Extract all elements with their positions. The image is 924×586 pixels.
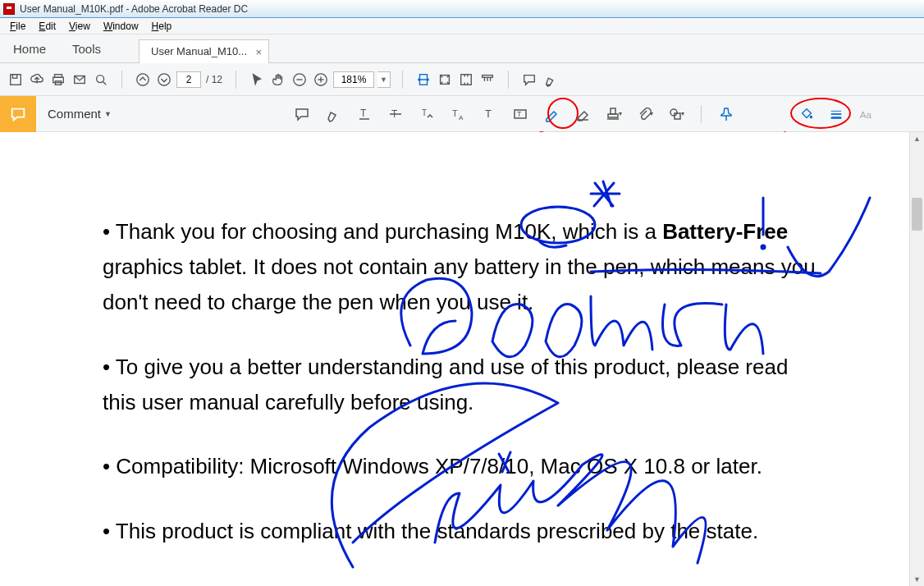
comment-bubble-icon[interactable] bbox=[520, 71, 538, 89]
stamp-icon[interactable]: ▾ bbox=[604, 104, 624, 124]
svg-rect-0 bbox=[11, 74, 21, 85]
scroll-up-arrow-icon[interactable]: ▲ bbox=[910, 132, 924, 145]
insert-text-icon[interactable]: TA bbox=[448, 104, 468, 124]
selection-cursor-icon[interactable] bbox=[248, 71, 266, 89]
svg-point-37 bbox=[670, 109, 677, 116]
print-icon[interactable] bbox=[49, 71, 67, 89]
svg-text:T: T bbox=[452, 108, 458, 118]
svg-point-9 bbox=[158, 73, 170, 85]
fit-page-icon[interactable] bbox=[436, 71, 454, 89]
textbox-icon[interactable]: T bbox=[510, 104, 530, 124]
svg-point-8 bbox=[137, 73, 149, 85]
fill-color-icon[interactable] bbox=[798, 105, 816, 123]
svg-point-40 bbox=[810, 115, 813, 118]
pin-icon[interactable] bbox=[716, 104, 736, 124]
fullscreen-icon[interactable] bbox=[457, 71, 475, 89]
zoom-dropdown-icon[interactable]: ▼ bbox=[377, 71, 391, 88]
text-format-icon[interactable]: Aa bbox=[857, 105, 875, 123]
comment-panel-tab[interactable] bbox=[0, 96, 36, 132]
main-toolbar: / 12 ▼ bbox=[0, 63, 924, 96]
svg-text:T: T bbox=[485, 108, 492, 120]
svg-text:A: A bbox=[459, 114, 464, 121]
svg-rect-17 bbox=[461, 74, 472, 85]
document-content: • Thank you for choosing and purchasing … bbox=[0, 132, 909, 549]
menu-window[interactable]: Window bbox=[97, 19, 145, 34]
svg-rect-35 bbox=[608, 114, 618, 117]
document-tab-label: User Manual_M10... bbox=[151, 45, 247, 57]
chevron-down-icon: ▼ bbox=[104, 110, 112, 118]
svg-rect-18 bbox=[483, 75, 493, 77]
replace-text-icon[interactable]: T bbox=[417, 104, 437, 124]
svg-text:T: T bbox=[360, 108, 367, 119]
page-up-icon[interactable] bbox=[134, 71, 152, 89]
page-down-icon[interactable] bbox=[155, 71, 173, 89]
pencil-draw-icon[interactable] bbox=[542, 104, 561, 124]
comment-dropdown-label: Comment bbox=[48, 107, 101, 121]
scroll-down-arrow-icon[interactable]: ▼ bbox=[910, 573, 924, 586]
svg-rect-3 bbox=[53, 77, 64, 82]
svg-text:T: T bbox=[422, 108, 427, 117]
highlight-text-icon[interactable] bbox=[323, 104, 343, 124]
cloud-upload-icon[interactable] bbox=[28, 71, 46, 89]
window-title: User Manual_M10K.pdf - Adobe Acrobat Rea… bbox=[20, 3, 248, 15]
svg-rect-34 bbox=[611, 108, 615, 114]
menu-view[interactable]: View bbox=[62, 19, 97, 34]
comment-dropdown[interactable]: Comment ▼ bbox=[48, 107, 112, 121]
svg-point-6 bbox=[97, 75, 104, 82]
tab-tools[interactable]: Tools bbox=[67, 35, 106, 62]
page-total-label: / 12 bbox=[204, 74, 224, 85]
eraser-icon[interactable] bbox=[573, 104, 592, 124]
tab-home[interactable]: Home bbox=[8, 35, 51, 62]
sticky-note-icon[interactable] bbox=[292, 104, 312, 124]
doc-paragraph-3: • Compatibility: Microsoft Windows XP/7/… bbox=[103, 449, 819, 484]
highlight-marker-icon[interactable] bbox=[542, 71, 560, 89]
line-thickness-icon[interactable] bbox=[827, 105, 845, 123]
menu-file[interactable]: File bbox=[3, 19, 32, 34]
svg-rect-1 bbox=[12, 74, 16, 78]
attachment-icon[interactable]: ▾ bbox=[635, 104, 655, 124]
doc-paragraph-4: • This product is compliant with the sta… bbox=[103, 514, 819, 549]
vertical-scrollbar[interactable]: ▲ ▼ bbox=[909, 132, 924, 586]
zoom-out-icon[interactable] bbox=[290, 71, 309, 89]
page-number-input[interactable] bbox=[176, 71, 201, 88]
email-icon[interactable] bbox=[71, 71, 89, 89]
svg-rect-38 bbox=[675, 113, 680, 119]
doc-paragraph-2: • To give you a better understanding and… bbox=[103, 350, 819, 420]
close-tab-icon[interactable]: × bbox=[256, 46, 263, 58]
add-text-icon[interactable]: T bbox=[479, 104, 499, 124]
fit-width-icon[interactable] bbox=[414, 71, 432, 89]
shapes-icon[interactable]: ▾ bbox=[666, 104, 686, 124]
save-icon[interactable] bbox=[7, 71, 25, 89]
window-titlebar: User Manual_M10K.pdf - Adobe Acrobat Rea… bbox=[0, 0, 924, 18]
comment-toolbar: Comment ▼ T T T TA T T ▾ ▾ ▾ Aa 3 4 bbox=[0, 96, 924, 132]
zoom-in-icon[interactable] bbox=[312, 71, 330, 89]
annotation-tools-group: T T T TA T T ▾ ▾ ▾ bbox=[292, 104, 736, 124]
menu-edit[interactable]: Edit bbox=[32, 19, 62, 34]
svg-text:Aa: Aa bbox=[860, 108, 872, 119]
menu-help[interactable]: Help bbox=[145, 19, 179, 34]
doc-paragraph-1: • Thank you for choosing and purchasing … bbox=[103, 214, 819, 320]
document-tab[interactable]: User Manual_M10... × bbox=[139, 39, 269, 63]
hand-pan-icon[interactable] bbox=[269, 71, 287, 89]
search-icon[interactable] bbox=[92, 71, 110, 89]
menu-bar: File Edit View Window Help bbox=[0, 18, 924, 34]
underline-text-icon[interactable]: T bbox=[355, 104, 374, 124]
svg-line-7 bbox=[103, 81, 107, 85]
pdf-app-icon bbox=[3, 3, 15, 15]
document-viewport[interactable]: • Thank you for choosing and purchasing … bbox=[0, 132, 909, 586]
tab-bar: Home Tools User Manual_M10... × bbox=[0, 34, 924, 63]
strikethrough-text-icon[interactable]: T bbox=[386, 104, 405, 124]
scrollbar-thumb[interactable] bbox=[912, 198, 922, 231]
read-mode-icon[interactable] bbox=[478, 71, 496, 89]
zoom-value-input[interactable] bbox=[333, 71, 374, 88]
svg-text:T: T bbox=[517, 110, 522, 118]
